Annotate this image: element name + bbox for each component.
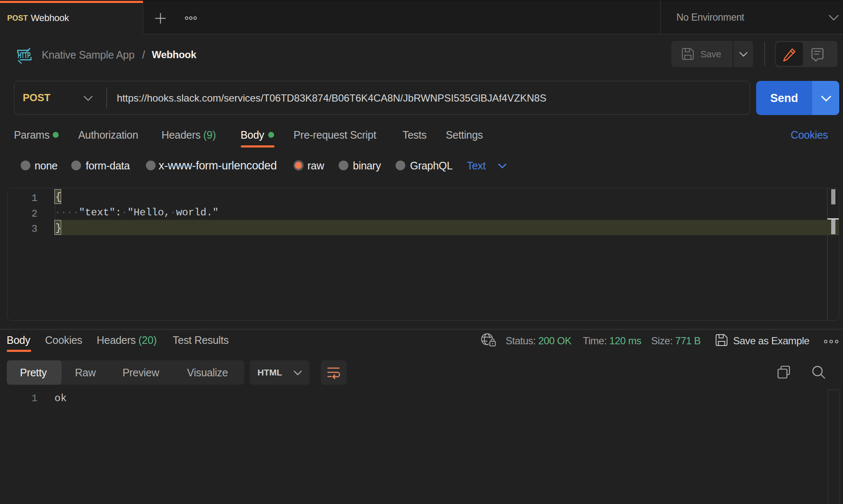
svg-text:HTTP: HTTP: [18, 50, 31, 60]
